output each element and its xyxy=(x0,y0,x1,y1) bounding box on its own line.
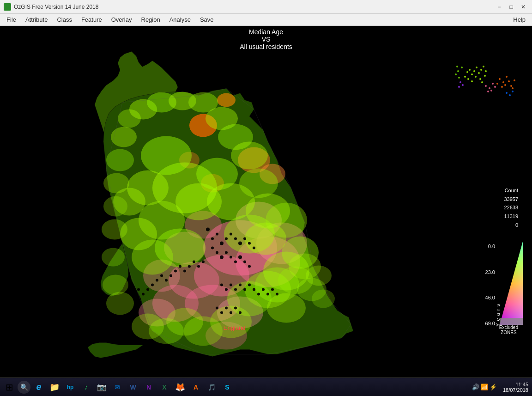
svg-point-60 xyxy=(245,223,286,255)
svg-point-119 xyxy=(225,307,228,310)
taskbar-icon-app7[interactable]: S xyxy=(220,380,235,395)
svg-point-84 xyxy=(234,261,237,263)
svg-point-77 xyxy=(248,242,251,245)
tray-icon-sound[interactable]: 🔊 xyxy=(472,384,479,390)
svg-point-118 xyxy=(220,311,223,314)
svg-point-45 xyxy=(102,248,125,267)
svg-point-81 xyxy=(220,256,224,259)
svg-point-111 xyxy=(253,288,255,291)
taskbar-icon-explorer[interactable]: 📁 xyxy=(47,380,62,395)
svg-point-115 xyxy=(271,288,274,291)
svg-point-110 xyxy=(248,284,251,286)
svg-point-79 xyxy=(211,247,214,250)
taskbar-icon-ie[interactable]: e xyxy=(31,380,46,395)
svg-point-108 xyxy=(239,284,242,286)
start-button[interactable]: ⊞ xyxy=(2,380,17,395)
svg-point-95 xyxy=(169,274,172,277)
svg-point-67 xyxy=(312,290,335,308)
taskbar-icon-app1[interactable]: ♪ xyxy=(79,380,93,395)
svg-point-48 xyxy=(103,173,129,194)
svg-point-15 xyxy=(217,93,236,107)
svg-point-73 xyxy=(230,233,232,236)
taskbar-clock[interactable]: 11:45 18/07/2018 xyxy=(498,382,530,393)
taskbar: ⊞ 🔍 e 📁 hp ♪ 📷 ✉ W N X 🦊 A 🎵 S 🔊 📶 ⚡ 11:… xyxy=(0,378,532,396)
menu-analyse[interactable]: Analyse xyxy=(165,15,195,24)
svg-point-83 xyxy=(230,256,232,259)
svg-point-71 xyxy=(220,242,224,245)
svg-point-27 xyxy=(155,229,206,268)
menu-save[interactable]: Save xyxy=(195,15,218,24)
menu-bar: File Attribute Class Feature Overlay Reg… xyxy=(0,14,532,26)
svg-point-107 xyxy=(234,288,237,291)
taskbar-icon-app4[interactable]: W xyxy=(126,380,140,395)
svg-point-76 xyxy=(243,238,246,240)
svg-point-47 xyxy=(103,196,127,217)
tray-icon-network[interactable]: 📶 xyxy=(481,384,488,390)
svg-point-105 xyxy=(225,288,228,291)
close-button[interactable]: ✕ xyxy=(518,2,528,12)
svg-point-85 xyxy=(238,256,242,259)
menu-region[interactable]: Region xyxy=(137,15,165,24)
svg-point-114 xyxy=(266,293,269,296)
taskbar-icon-app6[interactable]: 🎵 xyxy=(204,380,219,395)
main-canvas: Median Age VS All usual residents xyxy=(0,26,532,378)
menu-overlay[interactable]: Overlay xyxy=(107,15,137,24)
svg-point-113 xyxy=(262,288,265,291)
svg-point-103 xyxy=(133,293,135,296)
clock-time: 11:45 xyxy=(498,382,528,387)
svg-point-68 xyxy=(206,228,210,232)
svg-point-102 xyxy=(137,288,140,291)
svg-point-92 xyxy=(183,270,186,273)
svg-point-116 xyxy=(276,293,278,296)
menu-attribute[interactable]: Attribute xyxy=(21,15,52,24)
svg-point-46 xyxy=(102,219,127,240)
window-title: OzGIS Free Version 14 June 2018 xyxy=(14,4,494,10)
svg-point-78 xyxy=(253,247,255,250)
menu-file[interactable]: File xyxy=(2,15,21,24)
svg-point-21 xyxy=(141,136,192,175)
taskbar-icon-app3[interactable]: ✉ xyxy=(110,380,125,395)
svg-point-120 xyxy=(230,311,232,314)
taskbar-icon-hp[interactable]: hp xyxy=(63,380,78,395)
svg-point-86 xyxy=(243,261,246,263)
taskbar-icon-app2[interactable]: 📷 xyxy=(94,380,109,395)
svg-point-50 xyxy=(111,127,137,147)
svg-point-93 xyxy=(179,265,181,268)
taskbar-icon-onenote[interactable]: N xyxy=(141,380,156,395)
svg-point-104 xyxy=(220,284,223,286)
svg-point-100 xyxy=(146,288,149,291)
svg-point-121 xyxy=(234,307,237,310)
svg-point-122 xyxy=(239,311,242,314)
svg-point-72 xyxy=(225,238,228,240)
svg-point-80 xyxy=(216,251,218,254)
taskbar-icon-excel[interactable]: X xyxy=(157,380,172,395)
svg-point-109 xyxy=(243,288,246,291)
window-controls: − □ ✕ xyxy=(494,2,528,12)
svg-point-87 xyxy=(248,265,251,268)
app-icon xyxy=(4,3,11,11)
svg-point-99 xyxy=(151,284,154,286)
search-button[interactable]: 🔍 xyxy=(18,381,30,394)
title-bar: OzGIS Free Version 14 June 2018 − □ ✕ xyxy=(0,0,532,14)
svg-point-97 xyxy=(160,274,163,277)
svg-point-91 xyxy=(188,265,191,268)
svg-point-44 xyxy=(103,275,128,295)
svg-point-70 xyxy=(216,233,218,236)
system-tray: 🔊 📶 ⚡ xyxy=(472,384,497,390)
taskbar-icon-firefox[interactable]: 🦊 xyxy=(173,380,187,395)
svg-point-101 xyxy=(142,293,145,296)
svg-point-74 xyxy=(234,238,237,240)
tray-icon-battery[interactable]: ⚡ xyxy=(490,384,497,390)
menu-class[interactable]: Class xyxy=(52,15,77,24)
menu-help[interactable]: Help xyxy=(508,15,530,24)
menu-feature[interactable]: Feature xyxy=(77,15,107,24)
svg-point-59 xyxy=(239,169,278,198)
clock-date: 18/07/2018 xyxy=(498,387,528,393)
map-svg xyxy=(0,26,532,378)
maximize-button[interactable]: □ xyxy=(506,2,516,12)
svg-point-90 xyxy=(193,261,195,263)
svg-point-75 xyxy=(238,242,242,245)
taskbar-icon-app5[interactable]: A xyxy=(188,380,203,395)
minimize-button[interactable]: − xyxy=(494,2,504,12)
svg-point-117 xyxy=(216,307,218,310)
